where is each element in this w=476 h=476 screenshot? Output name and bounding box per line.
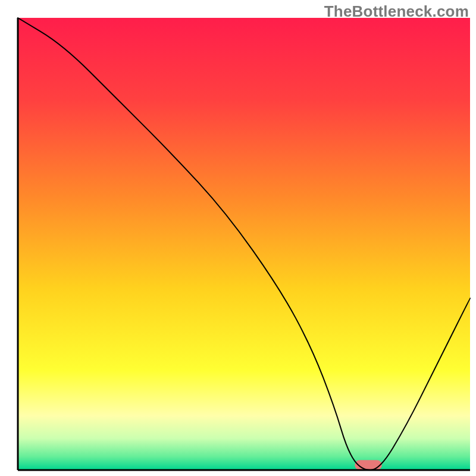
gradient-background: [18, 18, 470, 470]
chart-container: TheBottleneck.com: [0, 0, 476, 476]
bottleneck-chart: [0, 0, 476, 476]
watermark-text: TheBottleneck.com: [324, 2, 469, 21]
